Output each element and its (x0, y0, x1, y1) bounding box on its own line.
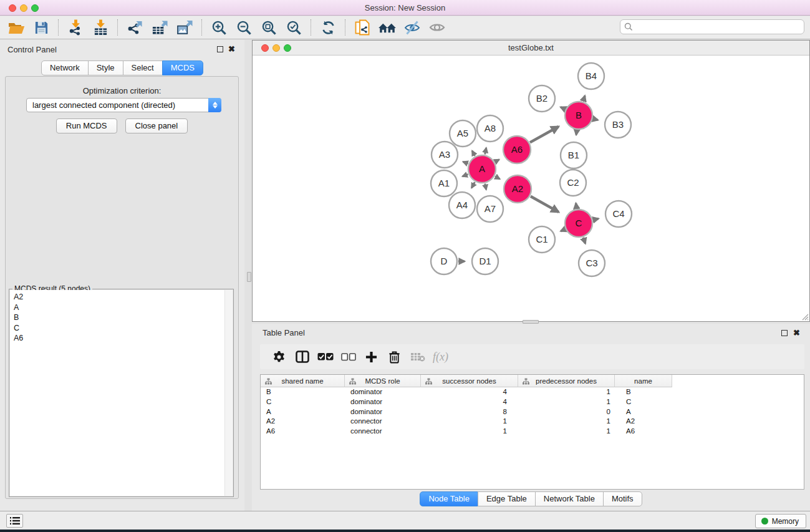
export-table-button[interactable] (147, 17, 172, 37)
table-row[interactable]: Adominator80A (261, 407, 804, 417)
table-tab-edge-table[interactable]: Edge Table (478, 491, 536, 506)
node-A8[interactable]: A8 (477, 115, 503, 142)
table-cell[interactable]: 1 (421, 427, 518, 437)
select-all-rows-button[interactable] (314, 346, 337, 367)
table-cell[interactable]: 4 (421, 397, 518, 407)
column-header-name[interactable]: name (615, 375, 672, 387)
table-cell[interactable]: 4 (421, 387, 518, 397)
node-B[interactable]: B (565, 102, 592, 129)
result-item[interactable]: C (14, 323, 233, 334)
node-A1[interactable]: A1 (431, 170, 457, 196)
node-B3[interactable]: B3 (605, 112, 631, 138)
edge-B-B1[interactable] (576, 130, 577, 135)
table-cell[interactable]: A6 (261, 427, 345, 437)
table-tab-motifs[interactable]: Motifs (603, 491, 642, 506)
result-scrollbar[interactable] (224, 290, 233, 496)
network-canvas[interactable]: B4B2BB3A5A8A6A3B1AA1C2A2A4A7C4CC1C3DD1 (253, 56, 809, 321)
table-cell[interactable]: B (615, 387, 672, 397)
zoom-fit-button[interactable] (256, 17, 281, 37)
zoom-selected-button[interactable] (281, 17, 306, 37)
node-A2[interactable]: A2 (504, 175, 531, 203)
tab-network[interactable]: Network (41, 60, 89, 75)
criterion-dropdown[interactable]: largest connected component (directed) (26, 98, 221, 112)
node-B2[interactable]: B2 (529, 85, 555, 112)
edge-A-A5[interactable] (472, 151, 475, 156)
table-cell[interactable]: 0 (518, 407, 615, 417)
search-input[interactable] (620, 19, 804, 34)
import-table-button[interactable] (88, 17, 113, 37)
tab-select[interactable]: Select (123, 60, 163, 75)
create-column-button[interactable] (360, 346, 383, 367)
column-visibility-button[interactable] (291, 346, 314, 367)
edge-B-B2[interactable] (561, 107, 565, 109)
node-B1[interactable]: B1 (561, 142, 587, 168)
edge-A-A3[interactable] (463, 162, 468, 163)
table-row[interactable]: A6connector11A6 (261, 427, 804, 437)
table-close-icon[interactable]: ✖ (793, 329, 800, 337)
table-cell[interactable]: 1 (518, 397, 615, 407)
table-float-icon[interactable] (781, 330, 788, 336)
zoom-in-button[interactable] (206, 17, 231, 37)
close-panel-button[interactable]: Close panel (125, 118, 188, 133)
table-cell[interactable]: C (261, 397, 345, 407)
edge-A-A6[interactable] (495, 160, 499, 162)
table-cell[interactable]: dominator (345, 407, 421, 417)
show-panels-button[interactable] (6, 514, 23, 528)
node-C1[interactable]: C1 (529, 226, 555, 253)
edge-A6-B[interactable] (530, 127, 559, 142)
table-cell[interactable]: 8 (421, 407, 518, 417)
table-tab-node-table[interactable]: Node Table (420, 491, 478, 506)
table-cell[interactable]: A2 (615, 417, 672, 427)
table-settings-button[interactable] (268, 346, 291, 367)
node-A6[interactable]: A6 (503, 136, 531, 163)
column-header-successor-nodes[interactable]: successor nodes (421, 375, 518, 387)
edge-A-A8[interactable] (485, 148, 486, 154)
node-A4[interactable]: A4 (449, 192, 475, 218)
table-cell[interactable]: connector (345, 417, 421, 427)
show-graphics-details-button[interactable] (400, 17, 425, 37)
table-cell[interactable]: C (615, 397, 672, 407)
node-A[interactable]: A (468, 155, 496, 183)
deselect-all-rows-button[interactable] (337, 346, 360, 367)
result-item[interactable]: A6 (14, 333, 233, 344)
node-A3[interactable]: A3 (432, 142, 458, 168)
tab-mcds[interactable]: MCDS (162, 60, 203, 75)
export-network-button[interactable] (122, 17, 147, 37)
table-cell[interactable]: B (261, 387, 345, 397)
table-row[interactable]: Cdominator41C (261, 397, 804, 407)
hide-graphics-details-button[interactable] (425, 17, 450, 37)
table-cell[interactable]: 1 (518, 387, 615, 397)
float-panel-icon[interactable] (217, 46, 223, 52)
node-B4[interactable]: B4 (578, 63, 604, 89)
edge-C-C1[interactable] (561, 230, 565, 231)
table-cell[interactable]: 1 (518, 427, 615, 437)
node-C[interactable]: C (565, 210, 592, 237)
edge-A-A7[interactable] (485, 184, 486, 190)
edge-C-C2[interactable] (576, 203, 577, 208)
table-cell[interactable]: dominator (345, 387, 421, 397)
result-item[interactable]: A (14, 302, 233, 313)
edge-C-C4[interactable] (593, 219, 598, 220)
result-item[interactable]: B (14, 312, 233, 323)
export-image-button[interactable] (172, 17, 197, 37)
column-header-predecessor-nodes[interactable]: predecessor nodes (518, 375, 615, 387)
table-cell[interactable]: A6 (615, 427, 672, 437)
node-A7[interactable]: A7 (477, 196, 503, 222)
zoom-out-button[interactable] (231, 17, 256, 37)
edge-A-A4[interactable] (471, 182, 475, 188)
table-cell[interactable]: 1 (421, 417, 518, 427)
edge-C-C3[interactable] (583, 238, 585, 244)
table-row[interactable]: Bdominator41B (261, 387, 804, 397)
column-header-shared-name[interactable]: shared name (261, 375, 345, 387)
table-cell[interactable]: 1 (518, 417, 615, 427)
resize-grip-icon[interactable] (801, 312, 809, 321)
table-row[interactable]: A2connector11A2 (261, 417, 804, 427)
memory-button[interactable]: Memory (755, 514, 806, 528)
table-cell[interactable]: A (261, 407, 345, 417)
vertical-splitter-handle[interactable] (247, 272, 251, 282)
save-session-button[interactable] (29, 17, 54, 37)
column-header-MCDS-role[interactable]: MCDS role (345, 375, 421, 387)
preferred-layout-button[interactable] (375, 17, 400, 37)
refresh-button[interactable] (316, 17, 340, 37)
tab-style[interactable]: Style (88, 60, 123, 75)
